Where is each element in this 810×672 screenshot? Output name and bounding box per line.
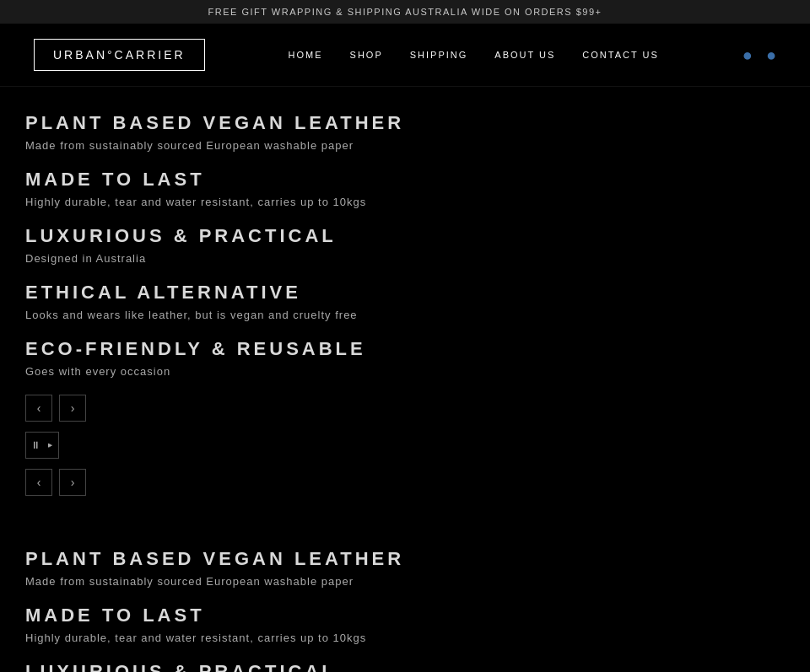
- top-banner: FREE GIFT WRAPPING & SHIPPING AUSTRALIA …: [0, 0, 810, 24]
- subsection-eco: ECO-FRIENDLY & REUSABLE Goes with every …: [25, 338, 785, 378]
- next-button-2[interactable]: ›: [59, 469, 86, 496]
- subsection-title-1-2: MADE TO LAST: [25, 605, 785, 626]
- subsection-body-1-2: Highly durable, tear and water resistant…: [25, 632, 785, 644]
- subsection-title-2-2: LUXURIOUS & PRACTICAL: [25, 661, 785, 672]
- cart-icon[interactable]: ●: [766, 46, 776, 65]
- section-title-block-2: PLANT BASED VEGAN LEATHER Made from sust…: [25, 548, 785, 588]
- main-section-subtitle-2: Made from sustainably sourced European w…: [25, 575, 785, 588]
- nav-about-us[interactable]: ABOUT US: [494, 50, 555, 60]
- subsection-title-1: MADE TO LAST: [25, 169, 785, 191]
- main-content-bottom: PLANT BASED VEGAN LEATHER Made from sust…: [0, 523, 810, 672]
- main-content-top: PLANT BASED VEGAN LEATHER Made from sust…: [0, 87, 810, 523]
- pause-row: ⏸ ▶: [25, 432, 785, 459]
- subsection-body-4: Goes with every occasion: [25, 365, 785, 378]
- section-title-block: PLANT BASED VEGAN LEATHER Made from sust…: [25, 112, 785, 152]
- subsection-body-1: Highly durable, tear and water resistant…: [25, 196, 785, 208]
- subsection-title-2: LUXURIOUS & PRACTICAL: [25, 225, 785, 247]
- prev-button[interactable]: ‹: [25, 395, 52, 422]
- slider-controls-top: ‹ › ⏸ ▶ ‹ ›: [25, 395, 785, 496]
- subsection-made-to-last: MADE TO LAST Highly durable, tear and wa…: [25, 169, 785, 208]
- main-section-title: PLANT BASED VEGAN LEATHER: [25, 112, 785, 134]
- nav-shop[interactable]: SHOP: [350, 50, 383, 60]
- nav-home[interactable]: HOME: [289, 50, 323, 60]
- main-section-title-2: PLANT BASED VEGAN LEATHER: [25, 548, 785, 570]
- subsection-ethical: ETHICAL ALTERNATIVE Looks and wears like…: [25, 282, 785, 321]
- prev-next-row: ‹ ›: [25, 395, 785, 422]
- header: URBAN°CARRIER HOME SHOP SHIPPING ABOUT U…: [0, 24, 810, 87]
- subsection-luxurious-2: LUXURIOUS & PRACTICAL Designed in Austra…: [25, 661, 785, 672]
- banner-text: FREE GIFT WRAPPING & SHIPPING AUSTRALIA …: [208, 7, 602, 17]
- logo[interactable]: URBAN°CARRIER: [34, 39, 205, 71]
- next-button[interactable]: ›: [59, 395, 86, 422]
- account-icon[interactable]: ●: [742, 46, 753, 65]
- prev-next-row-2: ‹ ›: [25, 469, 785, 496]
- subsection-title-4: ECO-FRIENDLY & REUSABLE: [25, 338, 785, 360]
- nav-shipping[interactable]: SHIPPING: [410, 50, 468, 60]
- main-section-subtitle: Made from sustainably sourced European w…: [25, 139, 785, 152]
- subsection-body-3: Looks and wears like leather, but is veg…: [25, 309, 785, 321]
- pause-button[interactable]: ⏸ ▶: [25, 432, 59, 459]
- prev-button-2[interactable]: ‹: [25, 469, 52, 496]
- main-nav: HOME SHOP SHIPPING ABOUT US CONTACT US: [289, 50, 659, 60]
- subsection-made-to-last-2: MADE TO LAST Highly durable, tear and wa…: [25, 605, 785, 644]
- header-icons: ● ●: [742, 46, 776, 65]
- subsection-body-2: Designed in Australia: [25, 252, 785, 265]
- subsection-luxurious: LUXURIOUS & PRACTICAL Designed in Austra…: [25, 225, 785, 265]
- subsection-title-3: ETHICAL ALTERNATIVE: [25, 282, 785, 304]
- nav-contact-us[interactable]: CONTACT US: [582, 50, 659, 60]
